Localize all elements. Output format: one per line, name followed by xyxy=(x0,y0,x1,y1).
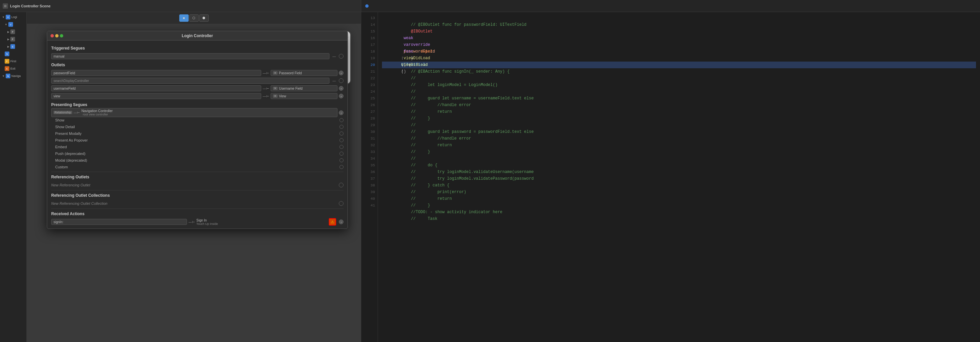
signin-target-area: Sign In Touch Up Inside xyxy=(196,218,328,226)
comment-23: // xyxy=(401,89,416,94)
line-num-23: 23 xyxy=(361,82,378,88)
segue-embed[interactable]: Embed xyxy=(51,143,344,150)
code-line-16: override func viewDidLoad () { xyxy=(382,35,976,41)
line-num-35: 35 xyxy=(361,162,378,169)
sidebar-item-exit[interactable]: E Exit xyxy=(0,65,26,72)
ref-collections-header: Referencing Outlet Collections xyxy=(51,193,344,199)
x-badge: ✕ xyxy=(273,71,278,75)
signin-label: signIn: xyxy=(54,220,63,224)
segue-modal-radio[interactable] xyxy=(339,158,344,162)
first-icon: F xyxy=(5,59,10,64)
segue-custom-radio[interactable] xyxy=(339,165,344,169)
naviga-icon: N xyxy=(6,74,10,78)
view-name-label: view xyxy=(54,94,60,98)
comment-41: //TODO: - show activity indicator here xyxy=(401,210,503,215)
password-circle[interactable]: ● xyxy=(339,71,344,75)
divider3 xyxy=(51,208,344,209)
first-label: First xyxy=(10,60,16,63)
line-num-28: 28 xyxy=(361,115,378,122)
line-num-39: 39 xyxy=(361,189,378,196)
new-ref-collection-row: New Referencing Outlet Collection xyxy=(51,200,344,207)
comment-28: // xyxy=(401,123,416,127)
field-icon2: F xyxy=(10,37,15,41)
sidebar-item-v[interactable]: ▼ V xyxy=(0,21,26,28)
code-line-28: // xyxy=(382,115,976,122)
view-circle[interactable]: ● xyxy=(339,94,344,99)
new-ref-outlet-label: New Referencing Outlet xyxy=(51,183,105,187)
segue-present-modally[interactable]: Present Modally xyxy=(51,130,344,137)
iboutlet-kw: @IBOutlet xyxy=(401,29,433,34)
comment-32: // } xyxy=(401,150,430,154)
line-num-41: 41 xyxy=(361,202,378,209)
line-num-40: 40 xyxy=(361,196,378,202)
close-btn[interactable] xyxy=(51,34,54,38)
segue-show[interactable]: Show xyxy=(51,117,344,124)
segue-embed-radio[interactable] xyxy=(339,145,344,149)
sidebar-item-naviga[interactable]: ▼ N Naviga xyxy=(0,72,26,80)
code-line-17: super . viewDidLoad () xyxy=(382,41,976,48)
code-comment-13: // @IBOutlet func for passwordField: UIT… xyxy=(401,22,527,27)
segue-embed-label: Embed xyxy=(52,145,339,149)
top-bar: ⊞ Login Controller Scene xyxy=(0,0,361,12)
segue-custom[interactable]: Custom xyxy=(51,164,344,170)
manual-circle[interactable] xyxy=(339,54,344,59)
line-num-29: 29 xyxy=(361,122,378,129)
scene-title: Login Controller Scene xyxy=(10,4,51,8)
line-num-26: 26 xyxy=(361,102,378,108)
code-line-19 xyxy=(382,55,976,62)
toolbar-btn-hex1[interactable]: ⬡ xyxy=(189,14,199,22)
new-ref-outlet-circle[interactable] xyxy=(339,183,344,188)
minimize-btn[interactable] xyxy=(55,34,59,38)
segue-push[interactable]: Push (deprecated) xyxy=(51,150,344,157)
maximize-btn[interactable] xyxy=(60,34,63,38)
segue-show-detail[interactable]: Show Detail xyxy=(51,124,344,130)
segue-present-modally-radio[interactable] xyxy=(339,132,344,135)
exit-icon: E xyxy=(5,66,10,71)
sidebar-item-e[interactable]: ▶ E xyxy=(0,43,26,50)
sidebar-item-first[interactable]: F First xyxy=(0,57,26,65)
comment-20: // @IBAction func signIn(_ sender: Any) … xyxy=(401,69,510,74)
sidebar-item-logi[interactable]: ▼ V Logi xyxy=(0,13,26,21)
segue-show-detail-radio[interactable] xyxy=(339,125,344,129)
toolbar-btn-hex2[interactable]: ⬢ xyxy=(199,14,209,22)
outlet-search: searchDisplayController — xyxy=(51,77,344,84)
outlet-view: view —⊢ ✕ View ● xyxy=(51,92,344,100)
left-panel: ⊞ Login Controller Scene ▼ V Logi ▼ V ▶ … xyxy=(0,0,361,342)
sidebar-item-f2[interactable]: ▶ F xyxy=(0,35,26,43)
divider2 xyxy=(51,190,344,191)
toolbar-btn-square[interactable]: ■ xyxy=(179,14,189,22)
comment-26: // return xyxy=(401,110,452,114)
signin-action-name: signIn: xyxy=(51,219,187,225)
presenting-circle[interactable]: ● xyxy=(339,110,344,115)
code-line-24: // guard let username = usernameField.te… xyxy=(382,88,976,95)
root-view-label: root view controller xyxy=(82,113,335,116)
password-name-label: passwordField xyxy=(54,71,75,75)
search-circle[interactable] xyxy=(339,78,344,83)
nav-name-area: Navigation Controller root view controll… xyxy=(82,109,335,116)
comment-40: // } xyxy=(401,203,430,208)
code-line-18: } xyxy=(382,48,976,55)
comment-29: // guard let password = passwordField.te… xyxy=(401,129,534,134)
segue-present-popover[interactable]: Present As Popover xyxy=(51,137,344,143)
line-num-22: 22 xyxy=(361,75,378,82)
line-num-15: 15 xyxy=(361,28,378,35)
warning-badge[interactable]: ⚠ xyxy=(329,218,336,226)
embed-icon: E xyxy=(10,44,15,49)
nav-ctrl-row: Relationship —⊢ Navigation Controller ro… xyxy=(54,109,335,116)
segue-custom-label: Custom xyxy=(52,165,339,169)
segue-push-radio[interactable] xyxy=(339,151,344,156)
storyboard-toolbar: ■ ⬡ ⬢ xyxy=(27,12,361,24)
sidebar-item-n[interactable]: N xyxy=(0,50,26,57)
line-num-33: 33 xyxy=(361,149,378,155)
sidebar-item-f1[interactable]: ▶ F xyxy=(0,28,26,35)
new-ref-collection-circle[interactable] xyxy=(339,201,344,206)
arrow-icon: ▼ xyxy=(2,75,5,78)
segue-modal[interactable]: Modal (deprecated) xyxy=(51,157,344,164)
username-circle[interactable]: ● xyxy=(339,86,344,91)
segue-show-radio[interactable] xyxy=(339,118,344,122)
signin-circle[interactable]: ● xyxy=(339,220,344,224)
comment-37: // } catch { xyxy=(401,183,450,188)
line-num-37: 37 xyxy=(361,175,378,182)
segue-present-popover-radio[interactable] xyxy=(339,138,344,142)
code-area: 13 14 15 16 17 18 19 20 21 22 23 24 25 2… xyxy=(361,12,980,342)
